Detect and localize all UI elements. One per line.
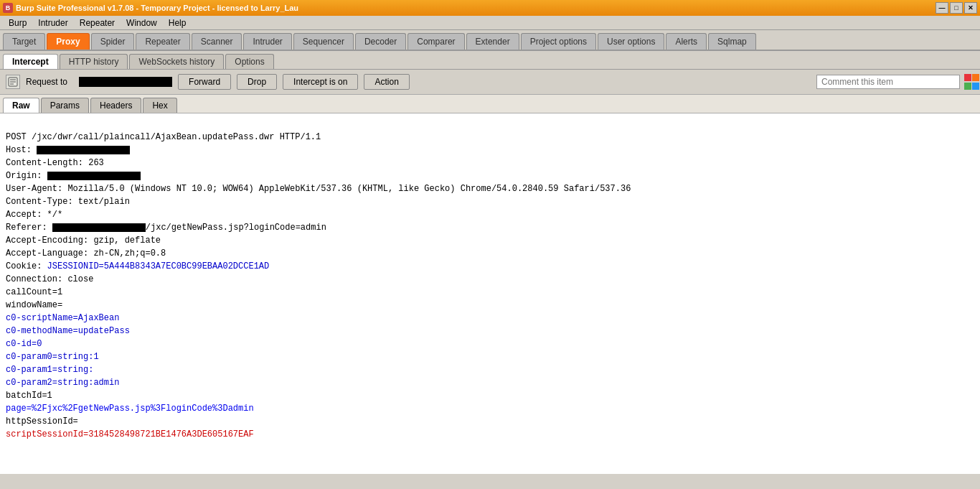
subtab-http-history[interactable]: HTTP history [60,54,128,69]
tab-alerts[interactable]: Alerts [666,33,707,50]
drop-button[interactable]: Drop [237,74,277,90]
request-line: Accept-Language: zh-CN,zh;q=0.8 [6,247,974,260]
request-line: c0-scriptName=AjaxBean [6,312,974,325]
content-tab-raw[interactable]: Raw [3,98,39,113]
tab-target[interactable]: Target [3,33,45,50]
action-button[interactable]: Action [364,74,409,90]
title-bar-controls: — □ ✕ [936,2,977,14]
menu-window[interactable]: Window [121,17,163,29]
subtab-websockets-history[interactable]: WebSockets history [129,54,224,69]
sub-tab-bar: Intercept HTTP history WebSockets histor… [0,51,980,70]
request-line: windowName= [6,299,974,312]
request-line: c0-param1=string: [6,363,974,376]
request-line: page=%2Fjxc%2FgetNewPass.jsp%3FloginCode… [6,402,974,415]
request-line: c0-param0=string:1 [6,350,974,363]
menu-burp[interactable]: Burp [3,17,32,29]
request-line: Accept: */* [6,208,974,221]
request-line: Content-Type: text/plain [6,195,974,208]
main-tab-bar: Target Proxy Spider Repeater Scanner Int… [0,30,980,51]
tab-spider[interactable]: Spider [91,33,135,50]
close-button[interactable]: ✕ [964,2,977,14]
subtab-intercept[interactable]: Intercept [3,54,58,69]
request-line: Host: [6,144,974,157]
comment-input[interactable] [816,75,960,89]
menu-intruder[interactable]: Intruder [32,17,73,29]
tab-decoder[interactable]: Decoder [355,33,406,50]
intercept-toggle-button[interactable]: Intercept is on [283,74,358,90]
content-tab-params[interactable]: Params [41,98,89,113]
request-line: Connection: close [6,273,974,286]
highlight-red-icon [964,74,971,81]
tab-extender[interactable]: Extender [466,33,519,50]
highlight-squares-button[interactable] [964,74,979,90]
request-line: POST /jxc/dwr/call/plaincall/AjaxBean.up… [6,131,974,144]
highlight-blue-icon [972,83,979,90]
content-tab-hex[interactable]: Hex [143,98,176,113]
request-line: Cookie: JSESSIONID=5A444B8343A7EC0BC99EB… [6,260,974,273]
title-bar-text: Burp Suite Professional v1.7.08 - Tempor… [16,4,298,12]
tab-repeater[interactable]: Repeater [136,33,189,50]
tab-intruder[interactable]: Intruder [243,33,291,50]
request-line: c0-id=0 [6,337,974,350]
menu-help[interactable]: Help [163,17,192,29]
intercept-toolbar: Request to Forward Drop Intercept is on … [0,70,980,95]
request-line: c0-methodName=updatePass [6,325,974,337]
title-bar: B Burp Suite Professional v1.7.08 - Temp… [0,0,980,16]
tab-sequencer[interactable]: Sequencer [293,33,354,50]
edit-icon[interactable] [6,75,20,89]
tab-scanner[interactable]: Scanner [192,33,242,50]
request-line: Referer: /jxc/getNewPass.jsp?loginCode=a… [6,221,974,234]
tab-proxy[interactable]: Proxy [47,33,89,50]
menu-bar: Burp Intruder Repeater Window Help [0,16,980,30]
request-line: c0-param2=string:admin [6,376,974,389]
tab-sqlmap[interactable]: Sqlmap [708,33,756,50]
menu-repeater[interactable]: Repeater [74,17,121,29]
request-line: httpSessionId= [6,415,974,428]
request-line: Origin: [6,169,974,182]
highlight-green-icon [964,83,971,90]
request-label: Request to [26,77,67,87]
tab-comparer[interactable]: Comparer [407,33,464,50]
forward-button[interactable]: Forward [178,74,231,90]
request-line: Content-Length: 263 [6,157,974,169]
minimize-button[interactable]: — [936,2,948,14]
content-tab-headers[interactable]: Headers [90,98,141,113]
request-line: User-Agent: Mozilla/5.0 (Windows NT 10.0… [6,182,974,195]
request-line: Accept-Encoding: gzip, deflate [6,234,974,247]
app-icon: B [3,3,13,13]
request-line: callCount=1 [6,286,974,299]
request-line: scriptSessionId=3184528498721BE1476A3DE6… [6,428,974,441]
content-tab-bar: Raw Params Headers Hex [0,95,980,113]
maximize-button[interactable]: □ [950,2,963,14]
request-line: batchId=1 [6,389,974,402]
toolbar-right: ? [816,74,974,90]
request-body[interactable]: POST /jxc/dwr/call/plaincall/AjaxBean.up… [0,113,980,474]
tab-user-options[interactable]: User options [598,33,664,50]
tab-project-options[interactable]: Project options [521,33,596,50]
subtab-options[interactable]: Options [225,54,273,69]
highlight-orange-icon [972,74,979,81]
request-host-redacted [79,77,172,87]
